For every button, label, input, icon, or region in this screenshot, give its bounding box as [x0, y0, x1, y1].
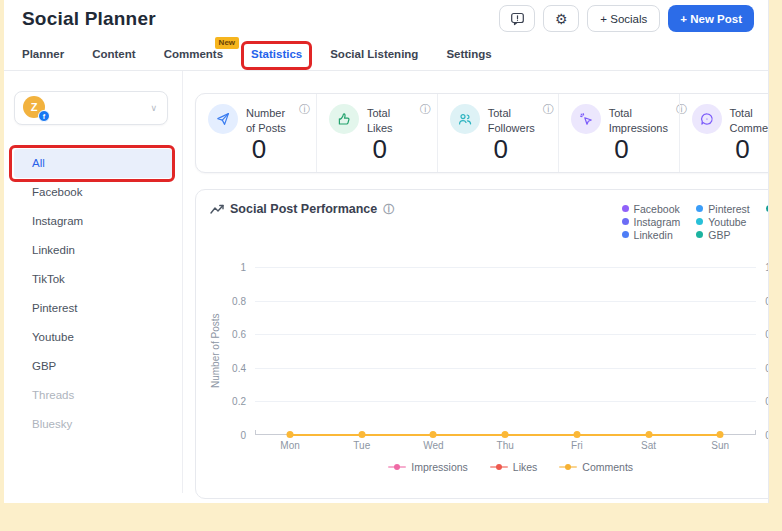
stat-total-comments: Total Comments ⓘ 0 [679, 94, 770, 172]
sidebar-item-threads: Threads [14, 381, 172, 410]
legend-label: Likes [513, 461, 538, 473]
app-header: Social Planner ⚙ + Socials + New Post [4, 0, 768, 32]
stat-total-followers: Total Followers ⓘ 0 [437, 94, 558, 172]
y-tick: 0.8 [232, 295, 246, 306]
legend-item-tiktok[interactable]: Tiktok [766, 202, 769, 215]
data-point-dot [502, 431, 509, 438]
legend-item-youtube[interactable]: Youtube [696, 215, 749, 228]
stat-value: 0 [208, 134, 310, 165]
socials-button[interactable]: + Socials [587, 5, 660, 32]
legend-label: GBP [708, 229, 730, 241]
tab-settings[interactable]: Settings [446, 48, 491, 70]
data-point-dot [717, 431, 724, 438]
gear-icon: ⚙ [555, 12, 568, 26]
y-tick: 0.4 [765, 362, 769, 373]
data-point-dot [645, 431, 652, 438]
new-post-button[interactable]: + New Post [668, 5, 754, 32]
facebook-badge-icon: f [38, 110, 50, 122]
y-tick: 0.8 [765, 295, 769, 306]
tab-statistics[interactable]: Statistics [251, 48, 302, 70]
y-tick: 0.2 [765, 396, 769, 407]
chart-title: Social Post Performance [230, 202, 377, 216]
info-icon[interactable]: ⓘ [543, 104, 554, 115]
info-icon[interactable]: ⓘ [383, 204, 394, 215]
legend-item-facebook[interactable]: Facebook [622, 202, 681, 215]
legend-comments[interactable]: Comments [559, 461, 633, 473]
stats-summary-card: Number of Posts ⓘ 0 Total Likes ⓘ [195, 93, 769, 173]
info-icon[interactable]: ⓘ [299, 104, 310, 115]
social-planner-app: Social Planner ⚙ + Socials + New Post Pl… [4, 0, 769, 503]
stat-label: Total Followers [488, 104, 535, 136]
tab-comments[interactable]: Comments New [164, 48, 223, 70]
y-tick: 0.6 [232, 329, 246, 340]
feedback-button[interactable] [499, 5, 535, 32]
x-tick-label: Mon [280, 440, 299, 451]
y-tick: 1 [765, 262, 769, 273]
main-panel: Number of Posts ⓘ 0 Total Likes ⓘ [183, 71, 769, 493]
legend-label: Comments [582, 461, 633, 473]
header-actions: ⚙ + Socials + New Post [499, 5, 754, 32]
account-selector[interactable]: Z f ∨ [14, 91, 168, 125]
x-tick-label: Tue [353, 440, 370, 451]
legend-label: Youtube [708, 216, 746, 228]
sidebar-item-instagram[interactable]: Instagram [14, 207, 172, 236]
legend-marker [490, 463, 508, 471]
legend-dot [696, 218, 703, 225]
y-tick: 0.6 [765, 329, 769, 340]
legend-dot [622, 205, 629, 212]
legend-item-instagram[interactable]: Instagram [622, 215, 681, 228]
legend-dot [622, 218, 629, 225]
sidebar: Z f ∨ All Facebook Instagram Linkedin Ti… [4, 71, 183, 493]
y-ticks-left: 1 0.8 0.6 0.4 0.2 0 [225, 267, 255, 435]
legend-marker [388, 463, 406, 471]
tab-content[interactable]: Content [92, 48, 135, 70]
data-point-dot [358, 431, 365, 438]
stat-total-likes: Total Likes ⓘ 0 [316, 94, 437, 172]
x-tick-label: Wed [423, 440, 443, 451]
content-area: Z f ∨ All Facebook Instagram Linkedin Ti… [4, 71, 768, 493]
sidebar-item-facebook[interactable]: Facebook [14, 178, 172, 207]
legend-impressions[interactable]: Impressions [388, 461, 468, 473]
gridline [255, 401, 756, 402]
account-avatar: Z f [23, 96, 49, 120]
legend-dot [696, 231, 703, 238]
sidebar-item-tiktok[interactable]: TikTok [14, 265, 172, 294]
chart-plot-section: Number of Posts 1 0.8 0.6 0.4 0.2 0 [210, 267, 769, 435]
legend-item-linkedin[interactable]: Linkedin [622, 228, 681, 241]
x-tick-label: Sat [641, 440, 656, 451]
sidebar-item-youtube[interactable]: Youtube [14, 323, 172, 352]
sidebar-item-linkedin[interactable]: Linkedin [14, 236, 172, 265]
stat-value: 0 [329, 134, 431, 165]
data-point-dot [573, 431, 580, 438]
legend-dot [622, 231, 629, 238]
sidebar-item-all-label: All [32, 157, 45, 169]
tab-planner[interactable]: Planner [22, 48, 64, 70]
legend-label: Impressions [411, 461, 468, 473]
stat-value: 0 [692, 134, 770, 165]
network-filter-list: All Facebook Instagram Linkedin TikTok P… [4, 149, 182, 439]
legend-likes[interactable]: Likes [490, 461, 538, 473]
followers-icon [458, 112, 472, 126]
legend-item-gbp[interactable]: GBP [696, 228, 749, 241]
y-ticks-right: 1 0.8 0.6 0.4 0.2 0 [756, 267, 769, 435]
info-icon[interactable]: ⓘ [420, 104, 431, 115]
series-legend: Impressions Likes Comments [210, 461, 769, 473]
y-tick: 0 [240, 430, 246, 441]
tab-bar: Planner Content Comments New Statistics … [4, 32, 768, 71]
settings-button[interactable]: ⚙ [543, 5, 579, 32]
stat-label: Total Impressions [609, 104, 668, 136]
network-legend: Facebook Instagram Linkedin Pinterest Yo… [622, 202, 769, 241]
sidebar-item-pinterest[interactable]: Pinterest [14, 294, 172, 323]
legend-item-pinterest[interactable]: Pinterest [696, 202, 749, 215]
gridline [255, 368, 756, 369]
sidebar-item-all[interactable]: All [14, 149, 172, 178]
x-tick-label: Sun [711, 440, 729, 451]
tab-social-listening[interactable]: Social Listening [330, 48, 418, 70]
legend-label: Pinterest [708, 203, 749, 215]
stat-label: Number of Posts [246, 104, 291, 136]
feedback-icon [510, 12, 525, 26]
legend-label: Linkedin [634, 229, 673, 241]
y-tick: 0.4 [232, 362, 246, 373]
stat-number-of-posts: Number of Posts ⓘ 0 [196, 94, 316, 172]
sidebar-item-gbp[interactable]: GBP [14, 352, 172, 381]
